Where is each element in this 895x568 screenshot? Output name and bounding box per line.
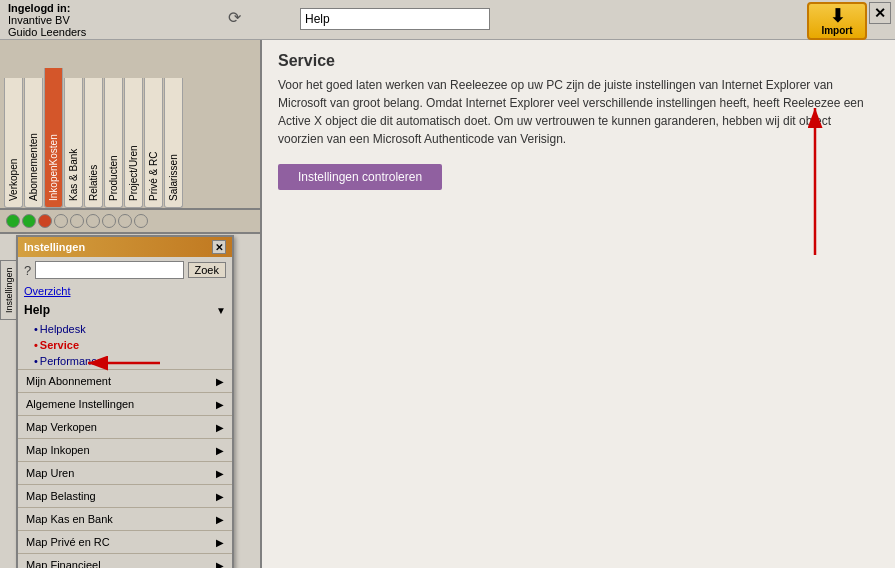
- sub-menu-map-belasting-arrow: ▶: [216, 491, 224, 502]
- instellingen-label: Instellingen: [4, 267, 14, 313]
- sub-menu-map-verkopen-arrow: ▶: [216, 422, 224, 433]
- sub-menu-mijn-abonnement-label: Mijn Abonnement: [26, 375, 111, 387]
- sub-menu-map-prive-rc-arrow: ▶: [216, 537, 224, 548]
- dot-gray3: [86, 214, 100, 228]
- close-button-top[interactable]: ✕: [869, 2, 891, 24]
- menu-header-help[interactable]: Help ▼: [18, 299, 232, 321]
- tab-kas-bank[interactable]: Kas & Bank: [64, 78, 83, 208]
- check-settings-button[interactable]: Instellingen controleren: [278, 164, 442, 190]
- sync-icon: ⟳: [228, 8, 241, 27]
- sub-menu-map-financieel[interactable]: Map Financieel ▶: [18, 553, 232, 568]
- logged-in-label: Ingelogd in:: [8, 2, 86, 14]
- sub-menu-map-belasting[interactable]: Map Belasting ▶: [18, 484, 232, 507]
- user-name: Guido Leenders: [8, 26, 86, 38]
- menu-item-helpdesk-label: Helpdesk: [40, 323, 86, 335]
- tab-prive-rc[interactable]: Privé & RC: [144, 78, 163, 208]
- sub-menu-map-uren-label: Map Uren: [26, 467, 74, 479]
- dot-red: [38, 214, 52, 228]
- left-sidebar: Verkopen Abonnementen InkopenKosten Kas …: [0, 40, 260, 568]
- dialog-titlebar: Instellingen ✕: [18, 237, 232, 257]
- annotation-arrow-import: [725, 100, 845, 263]
- sub-menu-map-verkopen-label: Map Verkopen: [26, 421, 97, 433]
- top-bar: Ingelogd in: Invantive BV Guido Leenders…: [0, 0, 895, 40]
- sub-menu-map-uren[interactable]: Map Uren ▶: [18, 461, 232, 484]
- sub-menu-algemene-instellingen-arrow: ▶: [216, 399, 224, 410]
- help-input-container: [300, 8, 490, 30]
- dot-gray1: [54, 214, 68, 228]
- import-button[interactable]: ⬇ Import: [807, 2, 867, 40]
- dialog-search-row: ? Zoek: [18, 257, 232, 283]
- right-content: Service Voor het goed laten werken van R…: [260, 40, 895, 568]
- dot-green: [6, 214, 20, 228]
- sub-menu-map-financieel-label: Map Financieel: [26, 559, 101, 568]
- sub-menu-map-prive-rc[interactable]: Map Privé en RC ▶: [18, 530, 232, 553]
- sub-menu-algemene-instellingen-label: Algemene Instellingen: [26, 398, 134, 410]
- import-icon: ⬇: [830, 7, 845, 25]
- sub-menu-mijn-abonnement-arrow: ▶: [216, 376, 224, 387]
- menu-item-helpdesk[interactable]: Helpdesk: [24, 321, 226, 337]
- instellingen-tab[interactable]: Instellingen: [0, 260, 16, 320]
- dot-gray4: [102, 214, 116, 228]
- tab-inkopenkosten[interactable]: InkopenKosten: [44, 68, 63, 208]
- sub-menu-map-prive-rc-label: Map Privé en RC: [26, 536, 110, 548]
- sub-menu-map-kas-bank-label: Map Kas en Bank: [26, 513, 113, 525]
- tab-relaties[interactable]: Relaties: [84, 78, 103, 208]
- menu-item-service[interactable]: Service: [24, 337, 226, 353]
- sub-menu-map-inkopen-label: Map Inkopen: [26, 444, 90, 456]
- sub-menu-map-belasting-label: Map Belasting: [26, 490, 96, 502]
- dot-green2: [22, 214, 36, 228]
- sub-menu-map-kas-bank-arrow: ▶: [216, 514, 224, 525]
- sub-menu-map-verkopen[interactable]: Map Verkopen ▶: [18, 415, 232, 438]
- vertical-tabs: Verkopen Abonnementen InkopenKosten Kas …: [0, 40, 260, 210]
- instellingen-dialog: Instellingen ✕ ? Zoek Overzicht Help ▼ H…: [16, 235, 234, 568]
- color-dots: [0, 210, 260, 234]
- company-name: Invantive BV: [8, 14, 86, 26]
- help-circle-icon: ?: [24, 263, 31, 278]
- sub-menu-map-uren-arrow: ▶: [216, 468, 224, 479]
- sub-menu-map-kas-bank[interactable]: Map Kas en Bank ▶: [18, 507, 232, 530]
- dot-gray2: [70, 214, 84, 228]
- menu-header-help-arrow: ▼: [216, 305, 226, 316]
- menu-item-service-label: Service: [40, 339, 79, 351]
- dialog-search-button[interactable]: Zoek: [188, 262, 226, 278]
- sub-menu-map-financieel-arrow: ▶: [216, 560, 224, 569]
- tab-verkopen[interactable]: Verkopen: [4, 78, 23, 208]
- dialog-search-input[interactable]: [35, 261, 183, 279]
- menu-header-help-label: Help: [24, 303, 50, 317]
- sub-menu-map-inkopen-arrow: ▶: [216, 445, 224, 456]
- content-title: Service: [262, 40, 895, 76]
- tab-project-uren[interactable]: Project/Uren: [124, 78, 143, 208]
- import-label: Import: [821, 25, 852, 36]
- dialog-close-button[interactable]: ✕: [212, 240, 226, 254]
- dialog-title: Instellingen: [24, 241, 85, 253]
- help-input[interactable]: [300, 8, 490, 30]
- tab-abonnementen[interactable]: Abonnementen: [24, 78, 43, 208]
- dialog-overview-link[interactable]: Overzicht: [18, 283, 232, 299]
- dot-gray6: [134, 214, 148, 228]
- logged-in-section: Ingelogd in: Invantive BV Guido Leenders: [8, 2, 86, 38]
- dot-gray5: [118, 214, 132, 228]
- tab-salarissen[interactable]: Salarissen: [164, 78, 183, 208]
- main-layout: Verkopen Abonnementen InkopenKosten Kas …: [0, 40, 895, 568]
- sub-menu-algemene-instellingen[interactable]: Algemene Instellingen ▶: [18, 392, 232, 415]
- tab-producten[interactable]: Producten: [104, 78, 123, 208]
- sub-menu-map-inkopen[interactable]: Map Inkopen ▶: [18, 438, 232, 461]
- annotation-arrow-service: [80, 355, 170, 374]
